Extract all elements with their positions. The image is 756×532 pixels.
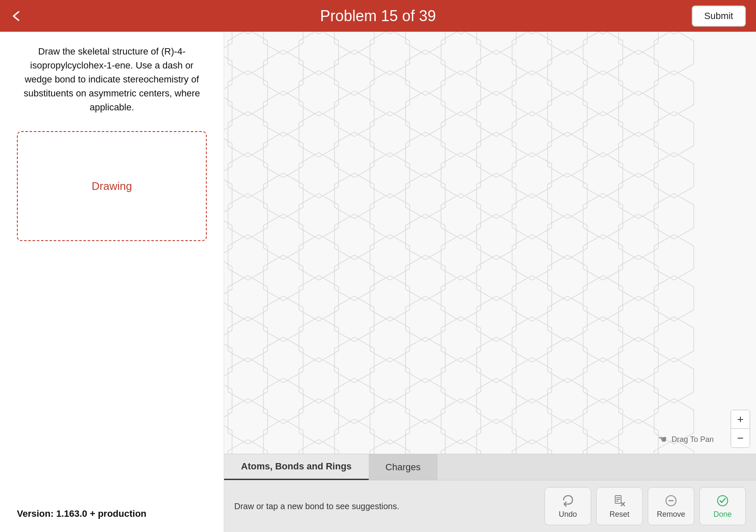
drag-to-pan-hint: ☚ Drag To Pan [658, 433, 714, 445]
tab-bar: Atoms, Bonds and Rings Charges [224, 454, 756, 480]
undo-button[interactable]: Undo [545, 487, 591, 525]
right-panel: ☚ Drag To Pan + − Atoms, Bonds and Rings… [224, 32, 756, 532]
hex-grid-rendered [224, 32, 756, 454]
drawing-label: Drawing [92, 180, 132, 193]
remove-label: Remove [657, 510, 685, 519]
done-button[interactable]: Done [699, 487, 746, 525]
left-panel: Draw the skeletal structure of (R)-4-iso… [0, 32, 224, 532]
remove-button[interactable]: Remove [648, 487, 694, 525]
header-title: Problem 15 of 39 [320, 7, 436, 25]
submit-button[interactable]: Submit [692, 5, 746, 27]
reset-label: Reset [609, 510, 629, 519]
done-label: Done [713, 510, 731, 519]
reset-icon [613, 494, 626, 507]
action-buttons: Undo Reset [545, 487, 746, 525]
tab-charges[interactable]: Charges [369, 454, 438, 480]
back-button[interactable] [10, 9, 24, 23]
zoom-controls: + − [731, 410, 750, 448]
action-row: Draw or tap a new bond to see suggestion… [224, 480, 756, 532]
zoom-in-button[interactable]: + [731, 410, 750, 429]
main-layout: Draw the skeletal structure of (R)-4-iso… [0, 32, 756, 532]
hand-icon: ☚ [658, 433, 667, 445]
drag-to-pan-label: Drag To Pan [671, 435, 714, 444]
version-text: Version: 1.163.0 + production [17, 500, 207, 519]
problem-text: Draw the skeletal structure of (R)-4-iso… [17, 44, 207, 114]
undo-icon [561, 494, 575, 507]
drawing-area[interactable]: Drawing [17, 131, 207, 241]
zoom-out-button[interactable]: − [731, 429, 750, 447]
header: Problem 15 of 39 Submit [0, 0, 756, 32]
undo-label: Undo [559, 510, 577, 519]
done-icon [716, 494, 729, 507]
reset-button[interactable]: Reset [596, 487, 643, 525]
hint-text: Draw or tap a new bond to see suggestion… [234, 502, 538, 511]
canvas-area[interactable]: ☚ Drag To Pan + − [224, 32, 756, 454]
tab-atoms-bonds-rings[interactable]: Atoms, Bonds and Rings [224, 454, 369, 480]
bottom-toolbar: Atoms, Bonds and Rings Charges Draw or t… [224, 454, 756, 532]
remove-icon [664, 494, 678, 507]
